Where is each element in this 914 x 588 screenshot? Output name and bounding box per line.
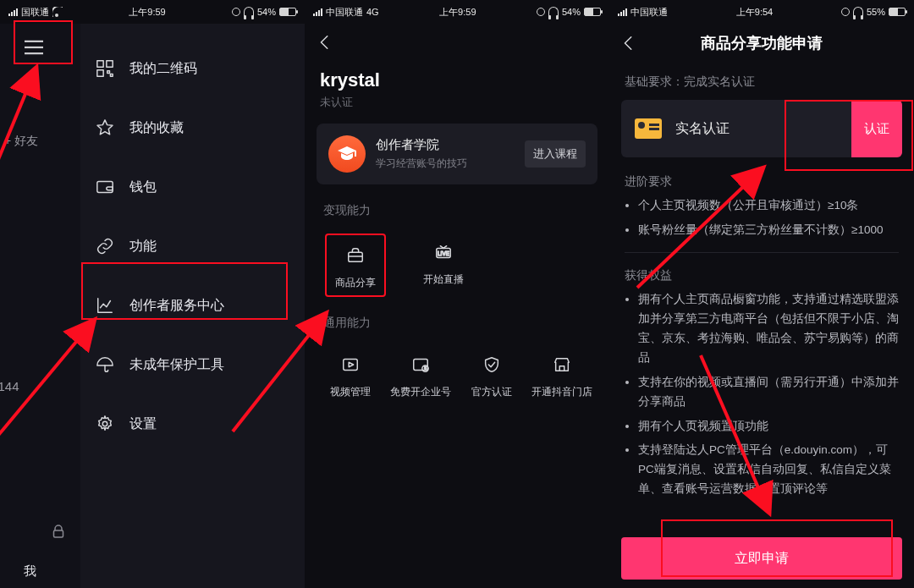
phone-1-sidebar-menu: 国联通 上午9:59 54% + 好友 尺 1144 我: [0, 0, 305, 588]
svg-rect-3: [54, 530, 63, 537]
network-label: 4G: [366, 7, 379, 17]
svg-rect-6: [97, 70, 103, 76]
graduation-cap-icon: [337, 144, 357, 164]
battery-icon: [279, 8, 296, 16]
svg-rect-5: [107, 61, 113, 67]
lock-icon: [52, 525, 64, 541]
wifi-icon: [52, 7, 63, 17]
side-menu: 我的二维码 我的收藏 钱包 功能: [80, 24, 305, 588]
chart-icon: [96, 296, 114, 315]
bottom-tab-me[interactable]: 我: [24, 563, 36, 580]
carrier-label: 国联通: [21, 6, 49, 19]
list-item: 拥有个人主页商品橱窗功能，支持通过精选联盟添加并分享第三方电商平台（包括但不限于…: [638, 290, 899, 368]
briefcase-icon: [342, 242, 369, 269]
list-item: 支持在你的视频或直播间（需另行开通）中添加并分享商品: [638, 373, 899, 412]
hamburger-icon: [25, 40, 43, 55]
svg-point-10: [102, 421, 107, 426]
benefits-list: 拥有个人主页商品橱窗功能，支持通过精选联盟添加并分享第三方电商平台（包括但不限于…: [609, 290, 914, 499]
status-time: 上午9:54: [736, 6, 773, 19]
add-friend-button[interactable]: + 好友: [4, 134, 38, 149]
star-icon: [96, 118, 114, 137]
tile-label: 开始直播: [423, 272, 464, 287]
shield-icon: [478, 351, 505, 378]
svg-rect-2: [25, 52, 43, 54]
list-item: 账号粉丝量（绑定第三方粉丝量不计数）≥1000: [638, 221, 899, 240]
hamburger-button[interactable]: [8, 29, 59, 66]
status-time: 上午9:59: [129, 6, 165, 19]
svg-rect-4: [97, 61, 103, 67]
signal-icon: [8, 8, 18, 16]
menu-item-wallet[interactable]: 钱包: [80, 157, 305, 217]
menu-label: 我的二维码: [129, 60, 197, 78]
signal-icon: [618, 8, 627, 16]
list-item: 支持登陆达人PC管理平台（e.douyin.com），可PC端复消息、设置私信自…: [638, 441, 899, 499]
tile-label: 商品分享: [335, 276, 376, 290]
apply-now-button[interactable]: 立即申请: [621, 537, 902, 580]
svg-text:LIVE: LIVE: [438, 250, 449, 256]
menu-label: 未成年保护工具: [129, 356, 224, 374]
tile-video-manage[interactable]: 视频管理: [325, 346, 375, 399]
battery-icon: [584, 8, 601, 16]
tile-open-store[interactable]: 开通抖音门店: [535, 346, 589, 399]
menu-item-settings[interactable]: 设置: [80, 394, 305, 453]
status-time: 上午9:59: [439, 6, 476, 19]
phone-3-apply-page: 中国联通 上午9:54 55% 商品分享功能申请 基础要求：完成实名认证 实名认…: [609, 0, 914, 588]
live-icon: LIVE: [430, 239, 457, 266]
sync-icon: [537, 8, 545, 16]
academy-title: 创作者学院: [376, 137, 515, 153]
video-icon: [337, 351, 364, 378]
chevron-left-icon: [619, 34, 638, 52]
tile-official-verify[interactable]: 官方认证: [466, 346, 516, 399]
advanced-requirements-list: 个人主页视频数（公开且审核通过）≥10条 账号粉丝量（绑定第三方粉丝量不计数）≥…: [609, 196, 914, 240]
basic-requirements: 基础要求：完成实名认证: [609, 63, 914, 100]
status-bar: 中国联通 上午9:54 55%: [609, 0, 914, 24]
battery-pct: 54%: [257, 7, 276, 17]
phone-2-creator-center: 中国联通 4G 上午9:59 54% krystal 未认证 创作者学院 学习经…: [305, 0, 609, 588]
qrcode-icon: [96, 59, 114, 78]
chevron-left-icon: [316, 33, 334, 52]
sync-icon: [841, 8, 850, 16]
headphones-icon: [853, 7, 863, 17]
list-item: 个人主页视频数（公开且审核通过）≥10条: [638, 196, 899, 216]
menu-item-minor-protection[interactable]: 未成年保护工具: [80, 335, 305, 394]
headphones-icon: [548, 7, 559, 17]
menu-label: 我的收藏: [129, 119, 184, 137]
menu-item-favorites[interactable]: 我的收藏: [80, 98, 305, 157]
battery-icon: [889, 8, 906, 16]
section-general: 通用能力: [305, 297, 609, 339]
tile-product-share[interactable]: 商品分享: [325, 234, 386, 297]
benefits-title: 获得权益: [609, 265, 914, 290]
creator-academy-card[interactable]: 创作者学院 学习经营账号的技巧 进入课程: [317, 124, 597, 184]
back-button[interactable]: [315, 32, 335, 52]
svg-rect-0: [25, 41, 43, 42]
tile-enterprise[interactable]: ¥ 免费开企业号: [394, 346, 448, 399]
menu-label: 设置: [129, 415, 157, 433]
advanced-requirements-title: 进阶要求: [609, 157, 914, 196]
carrier-label: 中国联通: [630, 6, 668, 19]
real-name-auth-card[interactable]: 实名认证 认证: [621, 100, 902, 157]
menu-label: 创作者服务中心: [129, 297, 224, 315]
menu-item-creator-service-center[interactable]: 创作者服务中心: [80, 276, 305, 335]
menu-item-qrcode[interactable]: 我的二维码: [80, 39, 305, 98]
enterprise-icon: ¥: [407, 351, 434, 378]
umbrella-icon: [96, 355, 114, 374]
academy-icon: [328, 135, 366, 173]
tile-label: 免费开企业号: [390, 385, 451, 399]
top-bar: 商品分享功能申请: [609, 24, 914, 63]
menu-item-features[interactable]: 功能: [80, 217, 305, 276]
auth-button[interactable]: 认证: [851, 100, 902, 157]
back-button[interactable]: [619, 34, 638, 52]
headphones-icon: [244, 7, 254, 17]
divider: [625, 252, 899, 253]
gear-icon: [96, 415, 114, 433]
profile-header: krystal 未认证: [305, 61, 609, 110]
svg-rect-19: [343, 360, 357, 371]
general-tiles: 视频管理 ¥ 免费开企业号 官方认证 开通抖音门店: [305, 339, 609, 399]
menu-label: 钱包: [129, 179, 157, 196]
carrier-label: 中国联通: [326, 6, 363, 19]
status-bar: 国联通 上午9:59 54%: [0, 0, 305, 24]
tile-label: 视频管理: [330, 385, 371, 399]
enter-course-button[interactable]: 进入课程: [525, 140, 586, 168]
monetization-tiles: 商品分享 LIVE 开始直播: [305, 227, 609, 297]
tile-start-live[interactable]: LIVE 开始直播: [416, 234, 471, 297]
